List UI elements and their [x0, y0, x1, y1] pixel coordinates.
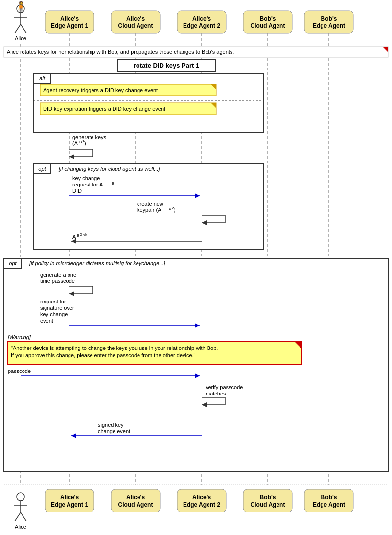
alt-option2-text: DID key expiration triggers a DID key ch… [43, 106, 165, 112]
cloud-label-bottom: Alice's [126, 494, 145, 501]
alt-label: alt [39, 75, 46, 81]
gen-keys-paren: ) [84, 140, 86, 146]
signed-key-label2: change event [98, 428, 130, 434]
edge1-label-top: Alice's [60, 15, 79, 22]
edge2-label2-bottom: Edge Agent 2 [183, 501, 221, 508]
passcode-label: passcode [8, 368, 31, 374]
bobedge-label2-bottom: Edge Agent [313, 501, 345, 508]
ab2vk-sub: B [77, 233, 79, 238]
edge1-box-bottom [45, 489, 94, 512]
req-sig-label4: event [40, 318, 53, 324]
warning-text2: If you approve this change, please enter… [11, 352, 196, 358]
bobedge-label-top: Bob's [321, 15, 337, 22]
opt2-fragment [4, 258, 388, 471]
key-change-label1: key change [72, 175, 100, 181]
cloud-box-bottom [111, 489, 160, 512]
bobedge-label2-top: Edge Agent [313, 23, 345, 29]
cloud-label-top: Alice's [126, 15, 145, 22]
create-keypair-paren: ) [174, 207, 176, 213]
req-sig-label2: signature over [40, 305, 74, 311]
cloud-label2-top: Cloud Agent [118, 23, 153, 29]
alt-option1-text: Agent recovery triggers a DID key change… [43, 87, 158, 93]
title-text: rotate DID keys Part 1 [134, 62, 199, 69]
gen-passcode-label1: generate a one [40, 272, 76, 278]
bobcloud-box-top [243, 11, 292, 33]
bobedge-box-top [304, 11, 353, 33]
create-keypair-sub: B [169, 207, 171, 211]
edge2-box-top [177, 11, 226, 33]
alice-label-top: Alice [15, 35, 26, 41]
bobcloud-label2-bottom: Cloud Agent [251, 501, 285, 508]
verify-label2: matches [206, 391, 226, 396]
key-change-sub: B [112, 181, 114, 186]
edge2-label-top: Alice's [192, 15, 211, 22]
warning-text1: "Another device is attempting to change … [11, 345, 218, 351]
gen-keys-sub: B [79, 140, 82, 144]
edge1-label-bottom: Alice's [60, 494, 79, 501]
edge1-label2-bottom: Edge Agent 1 [51, 501, 89, 508]
cloud-box-top [111, 11, 160, 33]
bobcloud-label-bottom: Bob's [260, 494, 276, 501]
edge2-label-bottom: Alice's [192, 494, 211, 501]
bobcloud-box-bottom [243, 489, 292, 512]
gen-passcode-label2: time passcode [40, 278, 75, 284]
opt1-guard: [if changing keys for cloud agent as wel… [58, 166, 161, 172]
signed-key-label1: signed key [98, 422, 124, 428]
alice-figure-top: 🧍 [14, 0, 28, 14]
ab2vk-label: A [72, 234, 76, 240]
cloud-label2-bottom: Cloud Agent [118, 501, 153, 508]
alice-label-bottom: Alice [15, 524, 26, 530]
bobcloud-label2-top: Cloud Agent [251, 23, 285, 29]
create-keypair-label1: create new [137, 201, 163, 207]
opt2-label: opt [9, 260, 17, 266]
banner-text: Alice rotates keys for her relationship … [7, 49, 234, 55]
warning-label: [Warning] [7, 334, 31, 340]
edge2-box-bottom [177, 489, 226, 512]
edge1-label2-top: Edge Agent 1 [51, 23, 89, 29]
bobcloud-label-top: Bob's [260, 15, 276, 22]
gen-keys-label: generate keys [72, 134, 107, 140]
edge2-label2-top: Edge Agent 2 [183, 23, 221, 29]
create-keypair-label2: keypair (A [137, 207, 161, 213]
edge1-box-top [45, 11, 94, 33]
verify-label1: verify passcode [206, 384, 243, 390]
opt2-guard: [if policy in microledger dictates multi… [29, 260, 166, 266]
req-sig-label3: key change [40, 311, 68, 317]
gen-keys-label2: (A [72, 140, 78, 146]
key-change-label2: request for A [72, 182, 103, 187]
opt1-label: opt [38, 166, 46, 172]
bobedge-box-bottom [304, 489, 353, 512]
bobedge-label-bottom: Bob's [321, 494, 337, 501]
ab2vk-sup: 2-vk [80, 233, 88, 237]
key-change-label3: DID [72, 188, 82, 194]
req-sig-label1: request for [40, 299, 66, 304]
